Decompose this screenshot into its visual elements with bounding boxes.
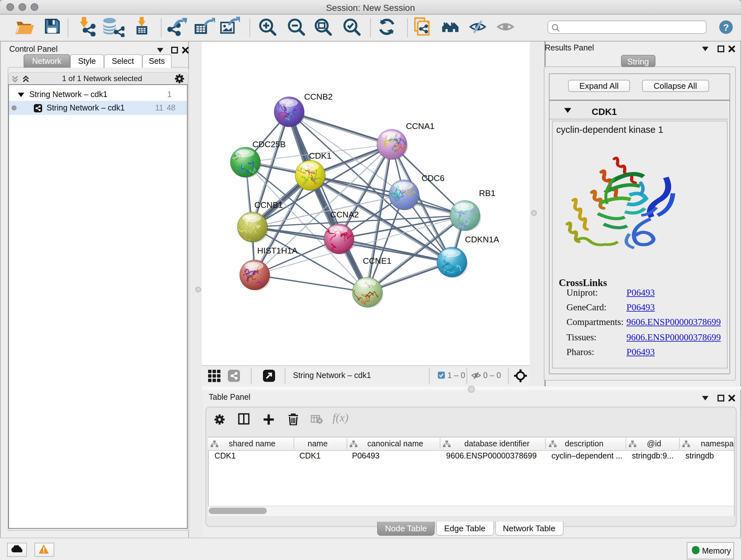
- svg-text:CCNB1: CCNB1: [254, 200, 282, 210]
- svg-text:CDKN1A: CDKN1A: [465, 235, 499, 244]
- svg-text:CDC6: CDC6: [421, 173, 444, 183]
- svg-text:CCNB2: CCNB2: [304, 92, 332, 102]
- svg-text:CDC25B: CDC25B: [252, 139, 285, 149]
- svg-text:CCNA1: CCNA1: [406, 121, 434, 131]
- svg-text:?: ?: [723, 22, 729, 32]
- svg-text:RB1: RB1: [479, 188, 495, 198]
- svg-text:HIST1H1A: HIST1H1A: [257, 246, 297, 255]
- svg-text:CDK1: CDK1: [309, 151, 331, 161]
- svg-text:CCNA2: CCNA2: [330, 210, 358, 219]
- svg-text:CCNE1: CCNE1: [362, 256, 391, 266]
